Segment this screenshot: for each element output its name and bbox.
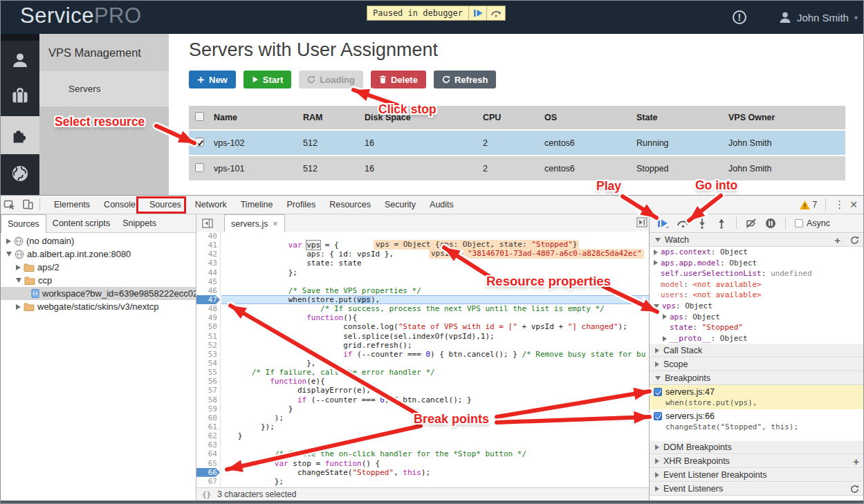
deactivate-breakpoints-button[interactable]	[743, 218, 760, 228]
breakpoint-checkbox[interactable]	[654, 412, 662, 420]
code-area[interactable]: var vps = { aps: { id: vpsId }, state: s…	[221, 232, 649, 486]
line-number[interactable]: 59	[196, 404, 220, 413]
sidebar-item-servers[interactable]: Servers	[39, 71, 169, 106]
inspect-element-icon[interactable]	[1, 198, 19, 211]
line-number[interactable]: 62	[196, 431, 220, 440]
refresh-button[interactable]: Refresh	[434, 71, 496, 88]
row-checkbox[interactable]	[195, 138, 204, 147]
column-header[interactable]: CPU	[483, 113, 544, 122]
line-number[interactable]: 43	[196, 259, 220, 268]
line-number[interactable]: 45	[196, 277, 220, 286]
alert-icon[interactable]: !	[733, 10, 746, 24]
tree-item[interactable]: aps/2	[1, 261, 196, 274]
column-header[interactable]: OS	[544, 113, 636, 122]
pause-on-exceptions-button[interactable]	[762, 218, 779, 229]
sidebar-item-users[interactable]	[1, 41, 39, 79]
section-header-scope[interactable]: Scope	[650, 357, 864, 371]
line-number[interactable]: 40	[196, 232, 220, 241]
tree-item[interactable]: ab.albert.ap.int.zone:8080	[1, 248, 196, 261]
breakpoint-line-number[interactable]: 47	[196, 295, 220, 304]
tree-item[interactable]: ccp	[1, 274, 196, 287]
tab-audits[interactable]: Audits	[423, 196, 461, 214]
toggle-navigator-icon[interactable]	[201, 217, 214, 230]
tab-security[interactable]: Security	[378, 196, 423, 214]
user-menu[interactable]: John Smith ▾	[778, 10, 858, 24]
section-header-xhr-breakpoints[interactable]: XHR Breakpoints+	[650, 454, 864, 468]
column-header[interactable]: RAM	[303, 113, 365, 122]
line-number[interactable]: 57	[196, 386, 220, 395]
watch-row[interactable]: state: "Stopped"	[650, 322, 864, 333]
line-number[interactable]: 51	[196, 332, 220, 341]
chevron-expanded-icon[interactable]	[6, 252, 12, 256]
refresh-icon[interactable]	[850, 485, 859, 494]
step-over-icon[interactable]	[487, 6, 505, 20]
watch-row[interactable]: __proto__: Object	[650, 333, 864, 344]
breakpoint-checkbox[interactable]	[654, 388, 662, 396]
line-number[interactable]: 52	[196, 341, 220, 350]
breakpoint-entry[interactable]: servers.js:47when(store.put(vps),	[650, 385, 864, 409]
watch-row[interactable]: self.userSelectionList: undefined	[650, 268, 864, 279]
chevron-collapsed-icon[interactable]	[16, 265, 21, 270]
line-number[interactable]: 55	[196, 368, 220, 377]
device-toolbar-icon[interactable]	[19, 198, 37, 211]
section-header-dom-breakpoints[interactable]: DOM Breakpoints	[650, 440, 864, 454]
line-number[interactable]: 49	[196, 313, 220, 322]
tree-item[interactable]: (no domain)	[1, 234, 196, 248]
watch-row[interactable]: model: <not available>	[650, 279, 864, 290]
tab-resources[interactable]: Resources	[322, 196, 378, 214]
line-number[interactable]: 67	[196, 477, 220, 486]
close-tab-icon[interactable]: ×	[273, 219, 277, 229]
menu-dots-icon[interactable]: ⋮	[834, 198, 844, 211]
watch-row[interactable]: aps: Object	[650, 312, 864, 323]
watch-row[interactable]: vps: Object	[650, 301, 864, 312]
section-header-event-listener-breakpoints[interactable]: Event Listener Breakpoints	[650, 468, 864, 482]
step-into-button[interactable]	[694, 218, 710, 229]
tab-network[interactable]: Network	[188, 196, 234, 214]
loading-button[interactable]: Loading	[299, 71, 363, 88]
async-checkbox[interactable]: Async	[795, 218, 830, 228]
breakpoint-line-number[interactable]: 66	[196, 468, 220, 477]
new-button[interactable]: New	[189, 71, 236, 88]
column-header[interactable]: VPS Owner	[728, 113, 845, 122]
breakpoint-entry[interactable]: servers.js:66changeState("Stopped", this…	[650, 409, 864, 433]
tree-item[interactable]: workspace?bw_id=639e9858222ecc02	[1, 287, 196, 300]
navigator-tab-content-scripts[interactable]: Content scripts	[46, 214, 116, 232]
line-number[interactable]: 44	[196, 268, 220, 277]
watch-row[interactable]: aps.context: Object	[650, 247, 864, 258]
line-number[interactable]: 41	[196, 241, 220, 250]
line-number[interactable]: 54	[196, 359, 220, 368]
step-out-button[interactable]	[713, 218, 730, 229]
section-header-event-listeners[interactable]: Event Listeners	[650, 482, 864, 496]
navigator-tab-sources[interactable]: Sources	[1, 214, 46, 233]
chevron-collapsed-icon[interactable]	[6, 239, 11, 244]
tab-profiles[interactable]: Profiles	[279, 196, 322, 214]
column-header[interactable]: Name	[214, 113, 303, 122]
line-number[interactable]: 61	[196, 422, 220, 431]
close-icon[interactable]: ✕	[849, 199, 858, 210]
show-drawer-icon[interactable]	[636, 217, 647, 230]
line-number[interactable]: 48	[196, 304, 220, 313]
chevron-collapsed-icon[interactable]	[16, 304, 21, 310]
column-header[interactable]: State	[636, 113, 728, 122]
line-number[interactable]: 53	[196, 350, 220, 359]
refresh-icon[interactable]	[850, 236, 859, 245]
navigator-tab-snippets[interactable]: Snippets	[116, 214, 163, 232]
line-number[interactable]: 63	[196, 440, 220, 449]
sidebar-item-applications[interactable]	[1, 116, 39, 154]
select-all-checkbox[interactable]	[195, 112, 204, 121]
line-number[interactable]: 42	[196, 250, 220, 259]
delete-button[interactable]: Delete	[371, 71, 426, 88]
chevron-expanded-icon[interactable]	[16, 278, 21, 283]
add-icon[interactable]: +	[853, 456, 859, 467]
line-number[interactable]: 65	[196, 459, 220, 468]
add-watch-icon[interactable]: +	[834, 234, 840, 246]
section-header-watch[interactable]: Watch+	[650, 233, 864, 247]
file-tab-servers-js[interactable]: servers.js×	[224, 214, 285, 232]
watch-row[interactable]: aps.app.model: Object	[650, 258, 864, 269]
section-header-call-stack[interactable]: Call Stack	[650, 344, 864, 357]
start-button[interactable]: Start	[243, 71, 292, 88]
line-number[interactable]: 56	[196, 377, 220, 386]
resume-button[interactable]	[655, 218, 672, 228]
line-number[interactable]: 46	[196, 286, 220, 295]
warning-count[interactable]: 7	[800, 200, 818, 209]
